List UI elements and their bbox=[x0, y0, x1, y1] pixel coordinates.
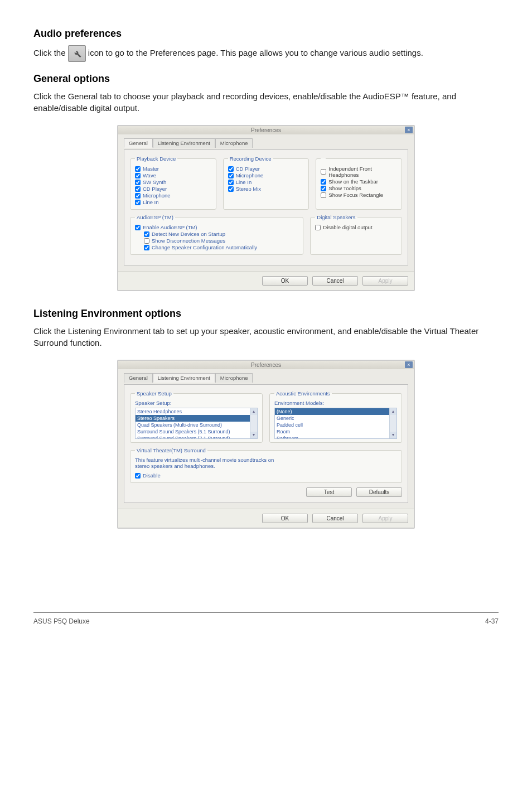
dialog-titlebar: Preferences × bbox=[118, 126, 414, 134]
page-footer: ASUS P5Q Deluxe 4-37 bbox=[33, 612, 499, 625]
tab-microphone[interactable]: Microphone bbox=[215, 138, 253, 148]
check-record-microphone[interactable]: Microphone bbox=[228, 172, 304, 178]
group-audioesp: AudioESP (TM) Enable AudioESP (TM) Detec… bbox=[130, 214, 303, 255]
check-detect-new-devices[interactable]: Detect New Devices on Startup bbox=[144, 231, 298, 237]
apply-button[interactable]: Apply bbox=[362, 276, 408, 286]
dialog-preferences-listening: Preferences × General Listening Environm… bbox=[117, 360, 415, 529]
legend-recording: Recording Device bbox=[228, 156, 273, 162]
tab-general[interactable]: General bbox=[124, 138, 153, 148]
group-digital-speakers: Digital Speakers Disable digital output bbox=[310, 214, 402, 255]
check-vts-disable[interactable]: Disable bbox=[135, 472, 397, 479]
tab-general[interactable]: General bbox=[124, 373, 153, 383]
legend-playback: Playback Device bbox=[135, 156, 177, 162]
footer-right: 4-37 bbox=[485, 617, 499, 625]
check-show-focus-rect[interactable]: Show Focus Rectangle bbox=[321, 192, 397, 198]
check-record-cdplayer[interactable]: CD Player bbox=[228, 166, 304, 172]
text-vts-desc: This feature virtualizes multi-channel m… bbox=[135, 457, 280, 469]
label-env-models: Environment Models: bbox=[274, 400, 397, 406]
heading-listening-env: Listening Environment options bbox=[33, 308, 499, 320]
check-record-stereomix[interactable]: Stereo Mix bbox=[228, 186, 304, 192]
footer-left: ASUS P5Q Deluxe bbox=[33, 617, 90, 625]
scroll-down-icon[interactable]: ▾ bbox=[250, 432, 257, 438]
close-icon[interactable]: × bbox=[405, 127, 413, 133]
check-show-disconnect-msgs[interactable]: Show Disconnection Messages bbox=[144, 238, 298, 244]
dialog-button-row: OK Cancel Apply bbox=[118, 271, 414, 290]
list-item[interactable]: Room bbox=[275, 428, 396, 435]
check-playback-linein[interactable]: Line In bbox=[135, 199, 211, 205]
check-playback-microphone[interactable]: Microphone bbox=[135, 192, 211, 199]
scrollbar[interactable]: ▴ ▾ bbox=[250, 408, 257, 438]
legend-virtual-theater: Virtual Theater(TM) Surround bbox=[135, 447, 207, 453]
list-item[interactable]: Surround Sound Speakers (5.1 Surround) bbox=[136, 428, 257, 435]
ok-button[interactable]: OK bbox=[262, 276, 308, 286]
listbox-env-models[interactable]: (None) Generic Padded cell Room Bathroom… bbox=[274, 408, 397, 439]
group-acoustic-env: Acoustic Environments Environment Models… bbox=[269, 390, 402, 443]
list-item[interactable]: Stereo Headphones bbox=[136, 408, 257, 415]
list-item[interactable]: Quad Speakers (Multi-drive Surround) bbox=[136, 422, 257, 428]
tab-microphone[interactable]: Microphone bbox=[215, 373, 253, 383]
check-disable-digital-output[interactable]: Disable digital output bbox=[315, 224, 397, 230]
group-speaker-setup: Speaker Setup Speaker Setup: Stereo Head… bbox=[130, 390, 263, 443]
group-playback-device: Playback Device Master Wave SW Synth CD … bbox=[130, 156, 216, 210]
check-show-tooltips[interactable]: Show Tooltips bbox=[321, 185, 397, 191]
apply-button[interactable]: Apply bbox=[362, 514, 408, 523]
check-playback-wave[interactable]: Wave bbox=[135, 172, 211, 178]
check-change-speaker-auto[interactable]: Change Speaker Configuration Automatical… bbox=[144, 244, 298, 250]
group-virtual-theater: Virtual Theater(TM) Surround This featur… bbox=[130, 447, 402, 483]
scroll-up-icon[interactable]: ▴ bbox=[250, 408, 257, 415]
legend-display bbox=[321, 156, 326, 162]
tabs: General Listening Environment Microphone bbox=[124, 138, 408, 147]
ok-button[interactable]: OK bbox=[262, 514, 308, 523]
check-playback-cdplayer[interactable]: CD Player bbox=[135, 186, 211, 192]
scroll-up-icon[interactable]: ▴ bbox=[390, 408, 396, 415]
dialog-titlebar: Preferences × bbox=[118, 361, 414, 369]
tab-listening-env[interactable]: Listening Environment bbox=[153, 373, 215, 383]
label-speaker-setup: Speaker Setup: bbox=[135, 400, 258, 406]
group-display-options: Independent Front Headphones Show on the… bbox=[316, 156, 402, 210]
list-item[interactable]: Padded cell bbox=[275, 422, 396, 428]
check-independent-headphones[interactable]: Independent Front Headphones bbox=[321, 166, 397, 178]
cancel-button[interactable]: Cancel bbox=[312, 276, 358, 286]
cancel-button[interactable]: Cancel bbox=[312, 514, 358, 523]
dialog-title: Preferences bbox=[251, 362, 281, 368]
list-item[interactable]: Surround Sound Speakers (7.1 Surround) bbox=[136, 435, 257, 439]
dialog-button-row: OK Cancel Apply bbox=[118, 509, 414, 528]
text-audio-prefs: Click the icon to go to the Preferences … bbox=[33, 45, 499, 62]
heading-audio-prefs: Audio preferences bbox=[33, 28, 499, 40]
dialog-preferences-general: Preferences × General Listening Environm… bbox=[117, 125, 415, 291]
legend-acoustic-env: Acoustic Environments bbox=[274, 390, 332, 397]
wrench-icon bbox=[68, 45, 86, 62]
listbox-speaker-setup[interactable]: Stereo Headphones Stereo Speakers Quad S… bbox=[135, 408, 258, 439]
list-item[interactable]: Generic bbox=[275, 415, 396, 422]
check-playback-master[interactable]: Master bbox=[135, 166, 211, 172]
list-item[interactable]: Bathroom bbox=[275, 435, 396, 439]
legend-audioesp: AudioESP (TM) bbox=[135, 214, 175, 220]
list-item[interactable]: Stereo Speakers bbox=[136, 415, 257, 422]
group-recording-device: Recording Device CD Player Microphone Li… bbox=[223, 156, 309, 210]
legend-digital-speakers: Digital Speakers bbox=[315, 214, 357, 220]
check-show-taskbar[interactable]: Show on the Taskbar bbox=[321, 178, 397, 185]
scrollbar[interactable]: ▴ ▾ bbox=[389, 408, 396, 438]
legend-speaker-setup: Speaker Setup bbox=[135, 390, 173, 397]
close-icon[interactable]: × bbox=[405, 361, 413, 368]
text-general-options: Click the General tab to choose your pla… bbox=[33, 90, 499, 114]
defaults-button[interactable]: Defaults bbox=[356, 487, 402, 497]
list-item[interactable]: (None) bbox=[275, 408, 396, 415]
text-listening-env: Click the Listening Environment tab to s… bbox=[33, 325, 499, 349]
heading-general-options: General options bbox=[33, 73, 499, 85]
tabs: General Listening Environment Microphone bbox=[124, 373, 408, 382]
dialog-title: Preferences bbox=[251, 127, 281, 133]
check-playback-swsynth[interactable]: SW Synth bbox=[135, 179, 211, 185]
test-button[interactable]: Test bbox=[306, 487, 352, 497]
text-click-suffix: icon to go to the Preferences page. This… bbox=[88, 48, 423, 57]
check-enable-audioesp[interactable]: Enable AudioESP (TM) bbox=[135, 224, 298, 230]
tab-listening-env[interactable]: Listening Environment bbox=[153, 138, 215, 148]
scroll-down-icon[interactable]: ▾ bbox=[390, 432, 396, 438]
check-record-linein[interactable]: Line In bbox=[228, 179, 304, 185]
text-click-prefix: Click the bbox=[33, 48, 68, 57]
